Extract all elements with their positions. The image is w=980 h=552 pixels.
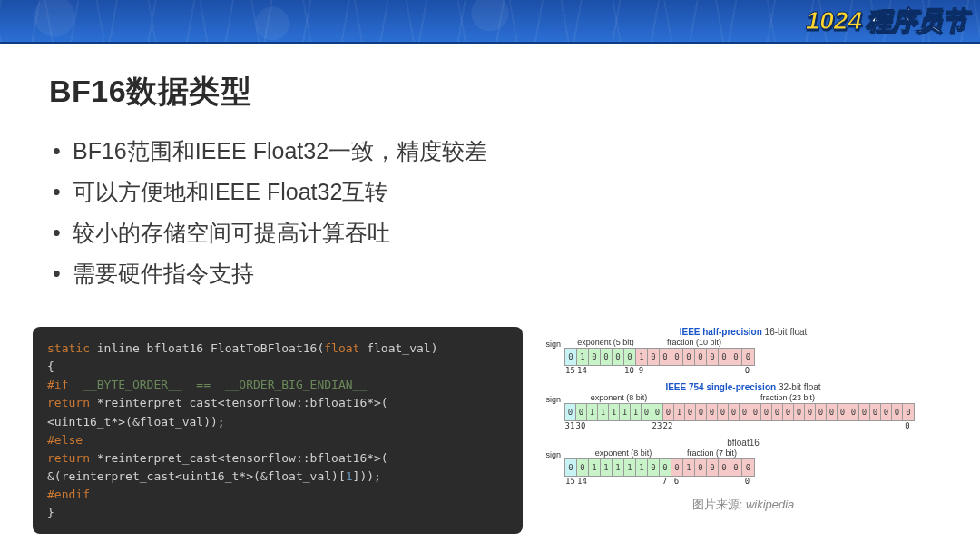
- code-keyword: return: [47, 451, 90, 465]
- bit-cell: 1: [612, 459, 624, 476]
- fp16-ticks: 15141090: [564, 366, 753, 377]
- bit-cell: 0: [565, 404, 576, 420]
- code-text: *reinterpret_cast<tensorflow::bfloat16*>…: [90, 396, 388, 409]
- bit-cell: 0: [881, 404, 892, 420]
- bit-cell: 0: [719, 349, 730, 365]
- code-macro: #else: [47, 433, 83, 447]
- bit-cell: 0: [730, 459, 742, 476]
- bit-cell: 0: [729, 404, 740, 420]
- tick-label: 10: [624, 366, 634, 375]
- bullet-list: BF16范围和IEEE Float32一致，精度较差 可以方便地和IEEE Fl…: [49, 131, 931, 294]
- credit-prefix: 图片来源:: [692, 498, 746, 511]
- bit-cell: 0: [565, 349, 577, 365]
- code-text: float_val): [359, 341, 437, 355]
- tick-label: 23: [652, 421, 662, 430]
- bit-cell: 1: [683, 459, 695, 476]
- fp32-figure: IEEE 754 single-precision 32-bit float s…: [539, 382, 947, 432]
- code-text: {: [47, 360, 54, 373]
- bit-cell: 0: [652, 404, 663, 420]
- tick-label: 14: [577, 366, 587, 375]
- fp16-group-labels: exponent (5 bit) fraction (10 bit): [564, 338, 755, 347]
- bf16-title-rest: bfloat16: [727, 438, 760, 448]
- fp16-exp-label: exponent (5 bit): [576, 338, 635, 347]
- fp32-sign-label: sign: [539, 395, 561, 404]
- bit-cell: 0: [903, 404, 914, 420]
- tick-label: 6: [674, 477, 679, 486]
- fp32-title-strong: IEEE 754 single-precision: [665, 382, 776, 392]
- fp32-exp-label: exponent (8 bit): [575, 393, 662, 402]
- bit-cell: 0: [750, 404, 761, 420]
- bit-cell: 0: [576, 404, 587, 420]
- float-format-figures: IEEE half-precision 16-bit float sign ex…: [539, 327, 947, 534]
- fp32-bits: 00111110001000000000000000000000: [564, 403, 915, 421]
- fp32-title-rest: 32-bit float: [776, 382, 820, 392]
- bit-cell: 0: [612, 349, 624, 365]
- fp16-title-strong: IEEE half-precision: [680, 327, 762, 337]
- bit-cell: 0: [707, 349, 719, 365]
- bit-cell: 1: [620, 404, 631, 420]
- tick-label: 22: [663, 421, 673, 430]
- bit-cell: 0: [696, 404, 707, 420]
- bit-cell: 0: [577, 459, 589, 476]
- code-text: &(reinterpret_cast<uint16_t*>(&float_val…: [47, 469, 346, 483]
- tick-label: 0: [905, 421, 909, 430]
- bf16-exp-label: exponent (8 bit): [576, 448, 671, 458]
- bit-cell: 0: [838, 404, 848, 420]
- bit-cell: 1: [624, 459, 636, 476]
- tick-label: 31: [565, 421, 575, 430]
- bit-cell: 1: [636, 349, 648, 365]
- bit-cell: 1: [587, 404, 598, 420]
- bit-cell: 0: [859, 404, 870, 420]
- code-macro: #if: [47, 378, 68, 391]
- bit-cell: 0: [816, 404, 827, 420]
- bit-cell: 1: [636, 459, 648, 476]
- bit-cell: 1: [589, 459, 601, 476]
- bit-cell: 1: [601, 459, 612, 476]
- bit-cell: 1: [631, 404, 642, 420]
- tick-label: 7: [662, 477, 667, 486]
- code-text: }: [47, 506, 54, 519]
- fp32-title: IEEE 754 single-precision 32-bit float: [539, 382, 947, 392]
- code-number: 1: [346, 469, 353, 483]
- bf16-sign-label: sign: [539, 450, 561, 459]
- bit-cell: 0: [772, 404, 783, 420]
- slide-body: BF16数据类型 BF16范围和IEEE Float32一致，精度较差 可以方便…: [0, 44, 980, 294]
- bit-cell: 0: [848, 404, 859, 420]
- fp32-ticks: 313023220: [564, 421, 913, 432]
- bit-cell: 0: [660, 349, 671, 365]
- tick-label: 0: [745, 366, 750, 375]
- bit-cell: 0: [565, 459, 577, 476]
- bf16-figure: bfloat16 sign exponent (8 bit) fraction …: [539, 438, 947, 488]
- code-text: inline bfloat16 FloatToBFloat16(: [90, 341, 324, 355]
- bit-cell: 0: [648, 349, 660, 365]
- bit-cell: 0: [827, 404, 838, 420]
- bit-cell: 0: [730, 349, 742, 365]
- code-text: <uint16_t*>(&float_val));: [47, 415, 225, 429]
- tick-label: 9: [639, 366, 643, 375]
- bit-cell: 0: [589, 349, 601, 365]
- bit-cell: 0: [718, 404, 729, 420]
- bit-cell: 0: [761, 404, 772, 420]
- bullet-item: 较小的存储空间可提高计算吞吐: [73, 212, 931, 253]
- bit-cell: 0: [805, 404, 816, 420]
- bit-cell: 1: [674, 404, 685, 420]
- bit-cell: 0: [695, 459, 707, 476]
- tick-label: 30: [576, 421, 586, 430]
- fp16-frac-label: fraction (10 bit): [635, 338, 753, 347]
- bit-cell: 0: [660, 459, 671, 476]
- event-banner: 1024 程序员节: [0, 0, 980, 44]
- bit-cell: 0: [794, 404, 805, 420]
- bit-cell: 0: [740, 404, 750, 420]
- fp32-group-labels: exponent (8 bit) fraction (23 bit): [564, 393, 915, 402]
- bit-cell: 1: [609, 404, 620, 420]
- bit-cell: 0: [663, 404, 674, 420]
- bit-cell: 0: [707, 404, 718, 420]
- bit-cell: 0: [870, 404, 881, 420]
- figure-credit: 图片来源: wikipedia: [539, 497, 947, 513]
- bullet-item: BF16范围和IEEE Float32一致，精度较差: [73, 131, 931, 172]
- bit-cell: 0: [648, 459, 660, 476]
- fp32-frac-label: fraction (23 bit): [662, 393, 913, 402]
- bit-cell: 0: [719, 459, 730, 476]
- code-keyword: return: [47, 396, 90, 409]
- bit-cell: 0: [683, 349, 695, 365]
